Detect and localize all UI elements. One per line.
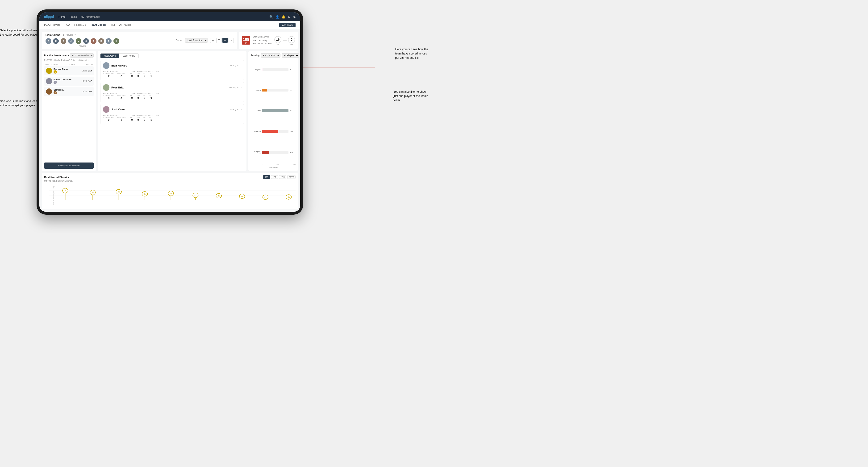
player-name: Josh Coles xyxy=(111,108,228,111)
avatar: B xyxy=(98,38,104,44)
player-date: 26 Aug 2023 xyxy=(229,108,242,111)
player-stats: Total Rounds Tournament 7 Practice xyxy=(103,70,242,78)
putt-value: 1 xyxy=(151,118,152,121)
practice-rounds: 6 xyxy=(121,74,122,78)
filter-arg[interactable]: ARG xyxy=(279,175,286,179)
player-card-header: Rees Britt 02 Sep 2023 xyxy=(103,84,242,91)
bottom-header: Best Round Streaks OTT APP ARG PUTT xyxy=(44,175,296,179)
scoring-header: Scoring Par 3, 4 & 5s Par 3s Par 4s Par … xyxy=(251,53,296,58)
nav-link-performance[interactable]: My Performance xyxy=(81,15,100,18)
total-practice-group: Total Practice Activities OTT 0 APP xyxy=(130,114,159,122)
nav-links: Home Teams My Performance xyxy=(59,15,269,18)
bar-row-dbogeys: D. Bogeys + 131 xyxy=(251,151,296,155)
card-view-icon[interactable]: ⊞ xyxy=(222,38,228,43)
app-value: 0 xyxy=(137,96,139,99)
par-filter-select[interactable]: Par 3, 4 & 5s Par 3s Par 4s Par 5s xyxy=(261,53,280,58)
sub-nav-pga[interactable]: PGA xyxy=(65,23,70,27)
svg-text:4x: 4x xyxy=(218,195,220,197)
filter-app[interactable]: APP xyxy=(271,175,278,179)
player-avg: 103 xyxy=(88,90,92,93)
edit-icon[interactable]: ✏ xyxy=(74,34,76,36)
total-rounds-group: Total Rounds Tournament 7 Practice xyxy=(103,114,126,122)
shot-distance: 198 xyxy=(243,37,249,42)
ipad-frame: clippd Home Teams My Performance 🔍 👤 🔔 ⚙… xyxy=(36,9,303,215)
filter-buttons: OTT APP ARG PUTT xyxy=(263,175,296,179)
team-right: Show: Last 3 months Last 6 months All ti… xyxy=(176,38,234,43)
view-icons: ▦ ☰ ⊞ ≡ xyxy=(210,38,234,43)
filter-ott[interactable]: OTT xyxy=(263,175,270,179)
player-card: Blair McHarg 26 Aug 2023 Total Rounds To… xyxy=(100,60,244,80)
annotation-top-right: Here you can see how the team have score… xyxy=(395,47,428,60)
panel-subtitle: PUTT Must Make Putting (3-6 ft), Last 3 … xyxy=(44,59,94,61)
lb-column-headers: PLAYER NAME PB SCORE PB AVG SQ xyxy=(44,63,94,65)
show-select[interactable]: Last 3 months Last 6 months All time xyxy=(185,38,208,43)
nav-link-home[interactable]: Home xyxy=(59,15,65,18)
avatar: C xyxy=(60,38,67,44)
view-leaderboard-button[interactable]: View Full Leaderboard xyxy=(44,162,94,168)
profile-icon[interactable]: ◉ xyxy=(293,15,296,19)
player-score: 19/20 xyxy=(81,69,87,72)
sub-nav-all-players[interactable]: All Players xyxy=(119,23,132,27)
top-row: Team Clippd | 14 Players ✏ R E C J M xyxy=(42,32,298,49)
sub-nav-tour[interactable]: Tour xyxy=(110,23,115,27)
bell-icon[interactable]: 🔔 xyxy=(282,15,285,19)
team-avatars: R E C J M S T B D K xyxy=(45,38,120,44)
avatar: R xyxy=(45,38,52,44)
activity-panel: Most Active Least Active Blair McHarg 26… xyxy=(98,51,247,171)
avatar xyxy=(46,68,52,74)
ott-value: 0 xyxy=(131,74,133,77)
tournament-rounds: 7 xyxy=(108,118,110,122)
avatar xyxy=(103,106,110,113)
search-icon[interactable]: 🔍 xyxy=(269,15,273,19)
sub-nav-links: PGAT Players PGA Hcaps 1-5 Team Clippd T… xyxy=(44,23,279,27)
lb-player-row: Richard Butler 1 19/20 110 xyxy=(44,66,94,75)
app-value: 0 xyxy=(137,74,139,77)
players-label: Players xyxy=(45,45,120,47)
player-filter-select[interactable]: All Players xyxy=(282,53,299,58)
player-name: Edward Crossman xyxy=(54,78,80,81)
streak-chart: GIR %, Fairway Accuracy xyxy=(44,184,296,207)
table-view-icon[interactable]: ≡ xyxy=(228,38,234,43)
player-stats: Total Rounds Tournament 8 Practice xyxy=(103,92,242,100)
avatar xyxy=(46,78,52,84)
avatar: D xyxy=(105,38,112,44)
silver-medal: 2 xyxy=(54,81,57,84)
drill-select[interactable]: PUTT Must Make Putting ... xyxy=(70,53,94,58)
grid-view-icon[interactable]: ▦ xyxy=(210,38,215,43)
svg-text:3x: 3x xyxy=(265,196,267,198)
player-activity-list: Blair McHarg 26 Aug 2023 Total Rounds To… xyxy=(100,60,244,124)
sub-nav-pgat[interactable]: PGAT Players xyxy=(44,23,60,27)
streak-svg: 7x 6x 6x 5x xyxy=(49,184,296,203)
svg-text:4x: 4x xyxy=(241,195,243,197)
app-value: 0 xyxy=(137,118,139,121)
player-card-header: Josh Coles 26 Aug 2023 xyxy=(103,106,242,113)
team-info: Team Clippd | 14 Players ✏ R E C J M xyxy=(45,33,120,47)
sub-nav-hcaps[interactable]: Hcaps 1-5 xyxy=(74,23,86,27)
bronze-medal: 3 xyxy=(54,91,57,94)
settings-icon[interactable]: ⚙ xyxy=(288,15,290,19)
filter-putt[interactable]: PUTT xyxy=(287,175,296,179)
add-team-button[interactable]: Add Team xyxy=(279,23,296,27)
svg-text:3x: 3x xyxy=(288,196,290,198)
putt-value: 0 xyxy=(151,96,152,99)
svg-text:5x: 5x xyxy=(170,193,172,195)
tournament-rounds: 7 xyxy=(108,74,110,78)
chart-x-title: Total Shots xyxy=(251,166,296,168)
list-view-icon[interactable]: ☰ xyxy=(216,38,221,43)
tab-most-active[interactable]: Most Active xyxy=(100,54,119,58)
middle-row: Practice Leaderboards PUTT Must Make Put… xyxy=(42,51,298,171)
player-count: | 14 Players xyxy=(62,34,73,36)
shot-card: 198 yd Shot Dist: 16 yds Start Lie: Roug… xyxy=(239,32,298,49)
lb-player-row: Cameron... 3 17/20 103 xyxy=(44,87,94,96)
tournament-rounds: 8 xyxy=(108,96,110,100)
sub-nav: PGAT Players PGA Hcaps 1-5 Team Clippd T… xyxy=(39,21,300,29)
total-rounds-group: Total Rounds Tournament 7 Practice xyxy=(103,70,126,78)
bar-row-pars: Pars 499 xyxy=(251,109,296,112)
player-date: 26 Aug 2023 xyxy=(229,64,242,67)
player-name: Richard Butler xyxy=(54,68,80,70)
show-label: Show: xyxy=(176,39,183,42)
person-icon[interactable]: 👤 xyxy=(276,15,279,19)
sub-nav-team-clippd[interactable]: Team Clippd xyxy=(90,23,106,27)
nav-link-teams[interactable]: Teams xyxy=(69,15,77,18)
tab-least-active[interactable]: Least Active xyxy=(119,54,138,58)
